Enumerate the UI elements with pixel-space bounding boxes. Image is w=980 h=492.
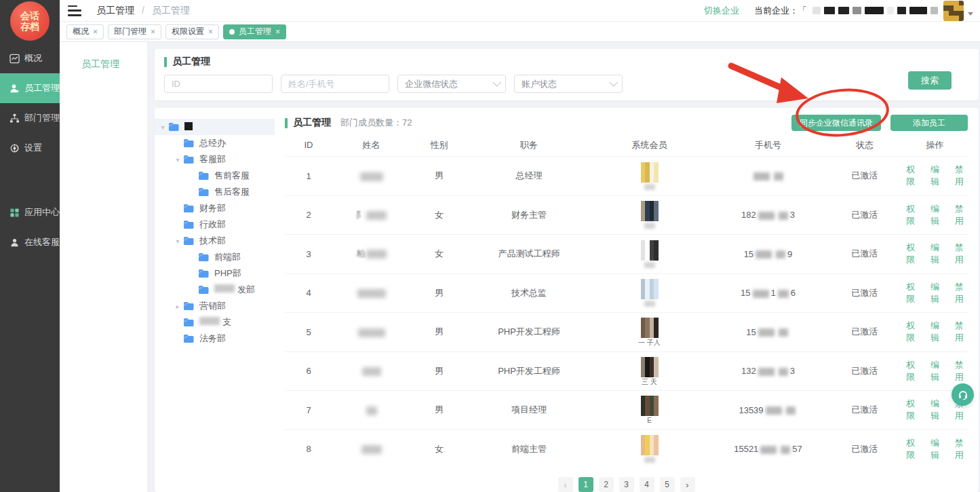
sidebar-item-应用中心[interactable]: 应用中心 [0, 197, 60, 227]
tree-node-总经办[interactable]: 总经办 [155, 135, 275, 151]
sync-wechat-contacts-button[interactable]: 同步企业微信通讯录 [791, 115, 881, 131]
redacted-name [361, 445, 382, 454]
action-编辑[interactable]: 编辑 [926, 320, 944, 344]
user-avatar[interactable] [943, 1, 964, 21]
tree-node-法务部[interactable]: 法务部 [155, 330, 275, 347]
tree-node-发部[interactable]: 发部 [155, 282, 275, 298]
logo-line2: 存档 [20, 21, 39, 32]
tree-expand-icon[interactable]: ▾ [172, 156, 183, 164]
cell-gender: 男 [410, 326, 468, 338]
tree-node-营销部[interactable]: ▸ 营销部 [155, 298, 275, 314]
tree-expand-icon[interactable]: ▾ [157, 124, 168, 131]
tree-expand-icon[interactable]: ▸ [172, 303, 183, 310]
tree-node-支[interactable]: 支 [155, 314, 275, 330]
breadcrumb-first[interactable]: 员工管理 [96, 5, 134, 16]
tab-close-icon[interactable]: × [275, 28, 280, 36]
action-权限[interactable]: 权限 [902, 242, 920, 266]
action-编辑[interactable]: 编辑 [926, 281, 944, 305]
pagination-page-1[interactable]: 1 [579, 477, 593, 492]
action-权限[interactable]: 权限 [902, 359, 920, 383]
column-header-ID: ID [285, 140, 332, 150]
action-权限[interactable]: 权限 [902, 437, 920, 461]
cell-system-member: E [590, 396, 709, 424]
search-button[interactable]: 搜索 [908, 71, 952, 90]
user-icon [9, 83, 20, 94]
cell-status: 已激活 [827, 443, 902, 455]
action-禁用[interactable]: 禁用 [950, 242, 968, 266]
tree-node-客服部[interactable]: ▾ 客服部 [155, 151, 275, 168]
cell-id: 2 [285, 210, 332, 220]
user-menu-caret-icon[interactable] [968, 12, 973, 16]
tab-权限设置[interactable]: 权限设置 × [165, 24, 219, 39]
action-编辑[interactable]: 编辑 [926, 242, 944, 266]
tree-node-PHP部[interactable]: PHP部 [155, 265, 275, 282]
account-status-select[interactable]: 账户状态 [514, 75, 623, 93]
folder-icon [183, 220, 195, 229]
action-编辑[interactable]: 编辑 [926, 437, 944, 461]
tree-node[interactable]: ▾ [155, 119, 275, 135]
wechat-status-select[interactable]: 企业微信状态 [397, 75, 506, 93]
tab-部门管理[interactable]: 部门管理 × [108, 24, 161, 39]
sidebar-item-设置[interactable]: 设置 [0, 133, 60, 163]
cell-system-member [590, 162, 709, 190]
app-logo: 会话 存档 [10, 1, 50, 41]
name-phone-input[interactable] [281, 75, 389, 93]
tab-close-icon[interactable]: × [208, 28, 213, 36]
tree-node-财务部[interactable]: 财务部 [155, 200, 275, 216]
pagination-page-4[interactable]: 4 [640, 477, 654, 492]
id-input[interactable] [164, 75, 273, 93]
pagination-page-3[interactable]: 3 [619, 477, 634, 492]
tree-node-前端部[interactable]: 前端部 [155, 249, 275, 265]
switch-company-link[interactable]: 切换企业 [704, 5, 739, 17]
action-编辑[interactable]: 编辑 [926, 164, 944, 188]
action-权限[interactable]: 权限 [902, 398, 920, 422]
pagination-prev-icon[interactable]: ‹ [558, 477, 573, 492]
sidebar-item-部门管理[interactable]: 部门管理 [0, 103, 60, 133]
company-name-redacted [812, 7, 938, 14]
action-禁用[interactable]: 禁用 [950, 320, 968, 344]
redacted-name [366, 406, 377, 415]
add-employee-button[interactable]: 添加员工 [890, 115, 968, 131]
column-header-系统会员: 系统会员 [590, 139, 709, 151]
action-编辑[interactable]: 编辑 [926, 359, 944, 383]
action-权限[interactable]: 权限 [902, 281, 920, 305]
tab-close-icon[interactable]: × [151, 28, 155, 36]
cell-name [332, 171, 410, 181]
redacted-caption [644, 262, 655, 268]
tab-员工管理[interactable]: 员工管理 × [223, 24, 286, 39]
action-权限[interactable]: 权限 [902, 203, 920, 227]
action-禁用[interactable]: 禁用 [950, 203, 968, 227]
action-禁用[interactable]: 禁用 [950, 164, 968, 188]
sidebar-item-在线客服[interactable]: 在线客服 [0, 227, 60, 257]
pagination-page-2[interactable]: 2 [599, 477, 614, 492]
pagination-next-icon[interactable]: › [680, 477, 695, 492]
action-禁用[interactable]: 禁用 [950, 359, 968, 383]
folder-icon [198, 285, 210, 295]
folder-icon [198, 252, 210, 262]
folder-icon [168, 122, 180, 132]
tree-expand-icon[interactable]: ▾ [172, 238, 183, 245]
secondary-menu-item-employees[interactable]: 员工管理 [60, 42, 147, 71]
sidebar-item-员工管理[interactable]: 员工管理 [0, 73, 60, 103]
tree-node-行政部[interactable]: 行政部 [155, 216, 275, 233]
action-权限[interactable]: 权限 [902, 164, 920, 188]
sidebar-item-概况[interactable]: 概况 [0, 43, 60, 73]
online-service-float-button[interactable] [952, 383, 974, 406]
cell-status: 已激活 [827, 365, 902, 377]
member-caption: E [647, 417, 652, 424]
gear-icon [9, 143, 20, 153]
tab-close-icon[interactable]: × [93, 28, 98, 36]
tab-概况[interactable]: 概况 × [66, 24, 104, 39]
pagination-page-5[interactable]: 5 [660, 477, 675, 492]
collapse-menu-icon[interactable] [68, 5, 81, 16]
tree-node-label: 客服部 [199, 153, 226, 166]
tree-node-售后客服[interactable]: 售后客服 [155, 184, 275, 200]
action-编辑[interactable]: 编辑 [926, 203, 944, 227]
action-权限[interactable]: 权限 [902, 320, 920, 344]
cell-name: 柏 [332, 248, 410, 260]
tree-node-技术部[interactable]: ▾ 技术部 [155, 233, 275, 249]
action-禁用[interactable]: 禁用 [950, 281, 968, 305]
tree-node-售前客服[interactable]: 售前客服 [155, 168, 275, 184]
action-编辑[interactable]: 编辑 [926, 398, 944, 422]
action-禁用[interactable]: 禁用 [950, 437, 968, 461]
